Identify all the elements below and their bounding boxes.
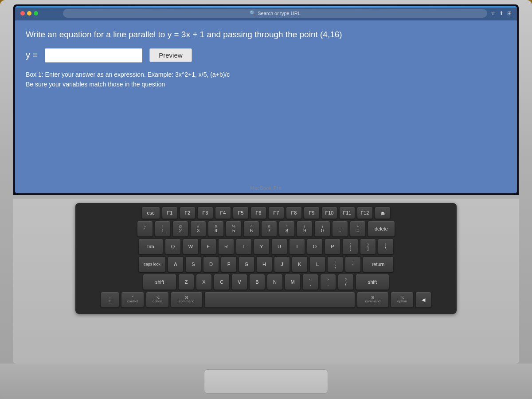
key-1[interactable]: !1 — [155, 221, 171, 237]
key-shift-right[interactable]: shift — [356, 274, 389, 290]
instructions-line1: Box 1: Enter your answer as an expressio… — [26, 70, 506, 79]
key-f3[interactable]: F3 — [197, 207, 213, 219]
key-comma[interactable]: <, — [302, 274, 318, 290]
key-lbracket[interactable]: {[ — [342, 239, 358, 254]
window-controls — [20, 11, 38, 16]
key-3[interactable]: #3 — [190, 221, 206, 237]
key-f7[interactable]: F7 — [268, 207, 284, 219]
key-slash[interactable]: ?/ — [338, 274, 354, 290]
key-f9[interactable]: F9 — [304, 207, 320, 219]
key-w[interactable]: W — [183, 239, 199, 254]
key-space[interactable] — [204, 292, 355, 308]
key-t[interactable]: T — [236, 239, 252, 254]
screen-top-accent — [15, 6, 517, 8]
key-equals[interactable]: += — [350, 221, 366, 237]
key-power[interactable]: ⏏ — [375, 207, 391, 219]
key-a[interactable]: A — [168, 256, 184, 272]
key-f10[interactable]: F10 — [321, 207, 337, 219]
key-backslash[interactable]: |\ — [378, 239, 394, 254]
key-8[interactable]: *8 — [279, 221, 295, 237]
key-v[interactable]: V — [231, 274, 247, 290]
key-return[interactable]: return — [363, 256, 394, 272]
key-minus[interactable]: _- — [332, 221, 348, 237]
key-q[interactable]: Q — [165, 239, 181, 254]
key-r[interactable]: R — [218, 239, 234, 254]
key-y[interactable]: Y — [254, 239, 270, 254]
y-equals-label: y = — [26, 50, 38, 60]
key-backtick[interactable]: ~` — [137, 221, 153, 237]
key-f8[interactable]: F8 — [286, 207, 302, 219]
key-f6[interactable]: F6 — [250, 207, 266, 219]
key-command-left[interactable]: ⌘ command — [171, 292, 203, 308]
key-f11[interactable]: F11 — [339, 207, 355, 219]
key-x[interactable]: X — [196, 274, 212, 290]
key-k[interactable]: K — [292, 256, 308, 272]
key-f[interactable]: F — [221, 256, 237, 272]
key-b[interactable]: B — [249, 274, 265, 290]
key-shift-left[interactable]: shift — [143, 274, 176, 290]
key-quote[interactable]: "' — [345, 256, 361, 272]
asdf-key-row: caps lock A S D F G H J K L :; "' return — [80, 256, 452, 272]
preview-button[interactable]: Preview — [149, 48, 192, 62]
key-d[interactable]: D — [203, 256, 219, 272]
tabs-icon[interactable]: ⊞ — [507, 10, 512, 16]
key-option-right[interactable]: ⌥ option — [391, 292, 414, 308]
key-2[interactable]: @2 — [172, 221, 188, 237]
key-6[interactable]: ^6 — [243, 221, 259, 237]
key-5[interactable]: %5 — [226, 221, 242, 237]
key-delete[interactable]: delete — [368, 221, 395, 237]
trackpad[interactable] — [204, 369, 328, 394]
url-bar-text: Search or type URL — [258, 11, 301, 16]
answer-input[interactable] — [45, 48, 142, 63]
key-f12[interactable]: F12 — [357, 207, 373, 219]
key-c[interactable]: C — [214, 274, 230, 290]
key-l[interactable]: L — [309, 256, 325, 272]
key-j[interactable]: J — [274, 256, 290, 272]
key-tab[interactable]: tab — [138, 239, 163, 254]
key-4[interactable]: $4 — [208, 221, 224, 237]
content-area: Write an equation for a line parallel to… — [15, 20, 517, 193]
key-esc[interactable]: esc — [141, 207, 160, 219]
key-h[interactable]: H — [256, 256, 272, 272]
key-rbracket[interactable]: }] — [360, 239, 376, 254]
key-control[interactable]: ⌃ control — [121, 292, 144, 308]
browser-bar: 🔍 Search or type URL ☆ ⬆ ⊞ — [15, 6, 517, 20]
key-e[interactable]: E — [200, 239, 216, 254]
key-period[interactable]: >. — [320, 274, 336, 290]
url-bar[interactable]: 🔍 Search or type URL — [63, 9, 487, 18]
bottom-key-row: ↑ fn ⌃ control ⌥ option ⌘ command ⌘ — [80, 292, 452, 308]
search-icon: 🔍 — [250, 10, 256, 16]
key-g[interactable]: G — [239, 256, 254, 272]
key-option-left[interactable]: ⌥ option — [146, 292, 169, 308]
key-f5[interactable]: F5 — [233, 207, 249, 219]
maximize-window-dot[interactable] — [34, 11, 38, 16]
key-n[interactable]: N — [267, 274, 283, 290]
key-i[interactable]: I — [289, 239, 305, 254]
key-p[interactable]: P — [325, 239, 340, 254]
key-f2[interactable]: F2 — [180, 207, 196, 219]
minimize-window-dot[interactable] — [27, 11, 31, 16]
key-7[interactable]: &7 — [261, 221, 277, 237]
key-f4[interactable]: F4 — [215, 207, 231, 219]
close-window-dot[interactable] — [20, 11, 25, 16]
key-capslock[interactable]: caps lock — [138, 256, 166, 272]
key-m[interactable]: M — [285, 274, 301, 290]
key-9[interactable]: (9 — [297, 221, 313, 237]
key-z[interactable]: Z — [178, 274, 194, 290]
key-s[interactable]: S — [185, 256, 201, 272]
screen-bezel: 🔍 Search or type URL ☆ ⬆ ⊞ Write an equa… — [13, 4, 519, 195]
key-arrow-left[interactable]: ◀ — [415, 292, 431, 308]
key-semicolon[interactable]: :; — [327, 256, 343, 272]
share-icon[interactable]: ⬆ — [499, 10, 504, 16]
key-f1[interactable]: F1 — [162, 207, 178, 219]
key-u[interactable]: U — [271, 239, 287, 254]
key-fn[interactable]: ↑ fn — [101, 292, 119, 308]
keyboard: esc F1 F2 F3 F4 F5 F6 F7 F8 F9 F10 F11 F… — [75, 203, 457, 314]
instructions-line2: Be sure your variables match those in th… — [26, 79, 506, 89]
key-0[interactable]: )0 — [314, 221, 330, 237]
qwerty-key-row: tab Q W E R T Y U I O P {[ }] |\ — [80, 239, 452, 254]
star-icon[interactable]: ☆ — [491, 10, 496, 16]
key-o[interactable]: O — [307, 239, 323, 254]
instructions: Box 1: Enter your answer as an expressio… — [26, 70, 506, 90]
key-command-right[interactable]: ⌘ command — [357, 292, 389, 308]
